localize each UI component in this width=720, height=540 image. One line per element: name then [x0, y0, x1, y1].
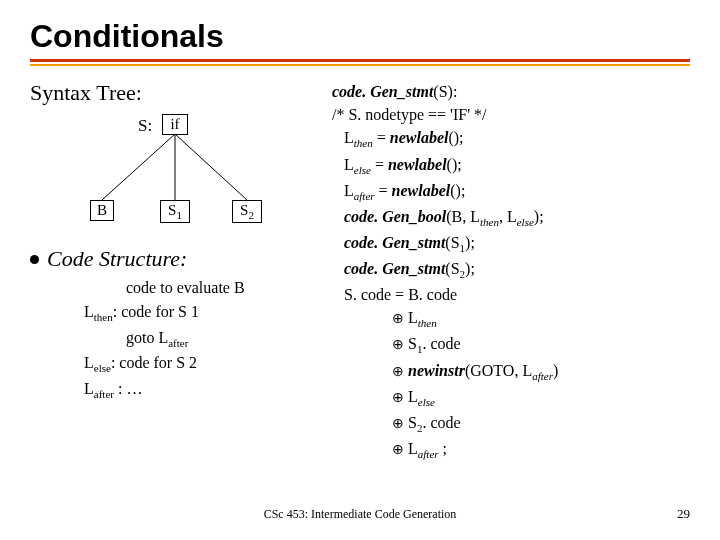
- code-structure-row: Code Structure:: [30, 246, 320, 272]
- struct-line-lthen: Lthen: code for S 1: [84, 300, 320, 326]
- code-line-6: code. Gen_bool(B, Lthen, Lelse);: [332, 205, 690, 231]
- node-s1: S1: [160, 200, 190, 223]
- slide-title: Conditionals: [30, 18, 690, 55]
- code-line-o1: ⊕ Lthen: [332, 306, 690, 332]
- footer-center: CSc 453: Intermediate Code Generation: [0, 507, 720, 522]
- code-line-7: code. Gen_stmt(S1);: [332, 231, 690, 257]
- code-line-o5: ⊕ S2. code: [332, 411, 690, 437]
- left-column: Syntax Tree: S: if B S1 S2 Code Structur…: [30, 80, 320, 463]
- struct-line-lafter: Lafter : …: [84, 377, 320, 403]
- code-line-o6: ⊕ Lafter ;: [332, 437, 690, 463]
- footer-page-number: 29: [677, 506, 690, 522]
- code-line-5: Lafter = newlabel();: [332, 179, 690, 205]
- content-area: Syntax Tree: S: if B S1 S2 Code Structur…: [30, 80, 690, 463]
- svg-line-2: [175, 134, 247, 200]
- code-line-o2: ⊕ S1. code: [332, 332, 690, 358]
- code-line-8: code. Gen_stmt(S2);: [332, 257, 690, 283]
- code-line-9: S. code = B. code: [332, 283, 690, 306]
- code-structure-heading: Code Structure:: [47, 246, 187, 272]
- svg-line-0: [102, 134, 175, 200]
- code-line-4: Lelse = newlabel();: [332, 153, 690, 179]
- code-line-1: code. Gen_stmt(S):: [332, 80, 690, 103]
- right-column: code. Gen_stmt(S): /* S. nodetype == 'IF…: [332, 80, 690, 463]
- struct-line-eval: code to evaluate B: [84, 276, 320, 300]
- node-b: B: [90, 200, 114, 221]
- struct-line-lelse: Lelse: code for S 2: [84, 351, 320, 377]
- code-structure-block: code to evaluate B Lthen: code for S 1 g…: [30, 276, 320, 403]
- code-line-2: /* S. nodetype == 'IF' */: [332, 103, 690, 126]
- code-line-3: Lthen = newlabel();: [332, 126, 690, 152]
- divider-orange: [30, 64, 690, 66]
- code-line-o3: ⊕ newinstr(GOTO, Lafter): [332, 359, 690, 385]
- node-s2: S2: [232, 200, 262, 223]
- syntax-tree: S: if B S1 S2: [30, 112, 320, 232]
- syntax-tree-heading: Syntax Tree:: [30, 80, 320, 106]
- bullet-icon: [30, 255, 39, 264]
- code-line-o4: ⊕ Lelse: [332, 385, 690, 411]
- struct-line-goto: goto Lafter: [84, 326, 320, 352]
- divider-red: [30, 59, 690, 62]
